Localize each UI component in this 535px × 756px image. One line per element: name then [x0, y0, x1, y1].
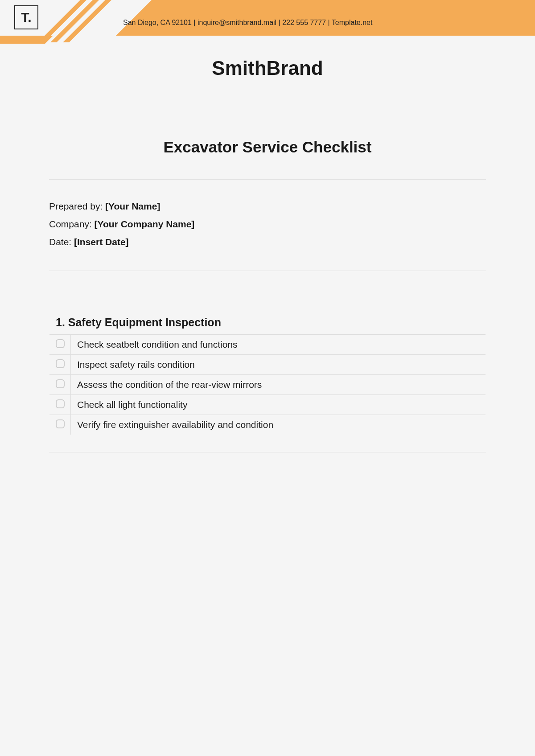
document-title: Excavator Service Checklist — [49, 138, 486, 156]
checkbox-cell — [49, 335, 71, 355]
checkbox-cell — [49, 395, 71, 415]
checkbox-icon[interactable] — [56, 379, 65, 388]
checkbox-cell — [49, 415, 71, 435]
section-title: 1. Safety Equipment Inspection — [49, 298, 486, 335]
meta-section: Prepared by: [Your Name] Company: [Your … — [49, 180, 486, 271]
checklist-item-text: Check all light functionality — [71, 395, 486, 415]
checklist-table: 1. Safety Equipment Inspection Check sea… — [49, 298, 486, 435]
meta-date-label: Date: — [49, 237, 74, 247]
meta-date-value: [Insert Date] — [74, 237, 129, 247]
checkbox-icon[interactable] — [56, 359, 65, 368]
brand-title: SmithBrand — [0, 57, 535, 79]
checklist-row: Check all light functionality — [49, 395, 486, 415]
checklist-row: Inspect safety rails condition — [49, 355, 486, 375]
meta-company-label: Company: — [49, 219, 95, 229]
checkbox-icon[interactable] — [56, 399, 65, 408]
logo-icon: T. — [14, 5, 38, 29]
header-stripes-icon — [58, 0, 111, 36]
checklist-row: Verify fire extinguisher availability an… — [49, 415, 486, 435]
checkbox-icon[interactable] — [56, 339, 65, 348]
checklist-item-text: Verify fire extinguisher availability an… — [71, 415, 486, 435]
meta-prepared-by: Prepared by: [Your Name] — [49, 201, 486, 212]
divider — [49, 271, 486, 271]
document-content: Excavator Service Checklist Prepared by:… — [49, 138, 486, 452]
meta-prepared-label: Prepared by: — [49, 201, 105, 211]
meta-company-value: [Your Company Name] — [95, 219, 195, 229]
checklist-item-text: Inspect safety rails condition — [71, 355, 486, 375]
meta-company: Company: [Your Company Name] — [49, 219, 486, 230]
checklist-row: Assess the condition of the rear-view mi… — [49, 375, 486, 395]
checklist-row: Check seatbelt condition and functions — [49, 335, 486, 355]
checkbox-icon[interactable] — [56, 419, 65, 428]
header-contact-line: San Diego, CA 92101 | inquire@smithbrand… — [123, 19, 372, 27]
meta-prepared-value: [Your Name] — [105, 201, 160, 211]
checkbox-cell — [49, 355, 71, 375]
checkbox-cell — [49, 375, 71, 395]
divider — [49, 452, 486, 452]
checklist-item-text: Check seatbelt condition and functions — [71, 335, 486, 355]
meta-date: Date: [Insert Date] — [49, 237, 486, 247]
checklist-item-text: Assess the condition of the rear-view mi… — [71, 375, 486, 395]
